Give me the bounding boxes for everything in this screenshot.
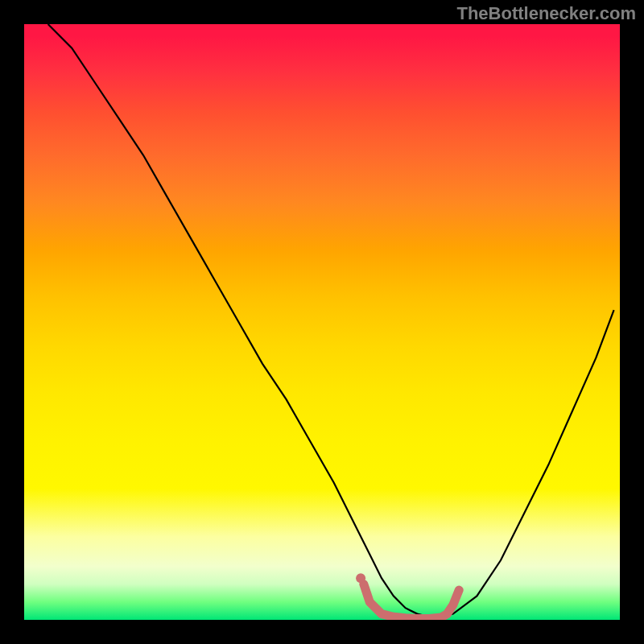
- marker-dot: [356, 573, 365, 583]
- watermark-text: TheBottlenecker.com: [456, 3, 636, 24]
- bottleneck-curve-path: [48, 24, 614, 617]
- chart-curve-layer: [24, 24, 620, 620]
- optimal-zone-path: [364, 584, 459, 619]
- chart-plot-area: [24, 24, 620, 620]
